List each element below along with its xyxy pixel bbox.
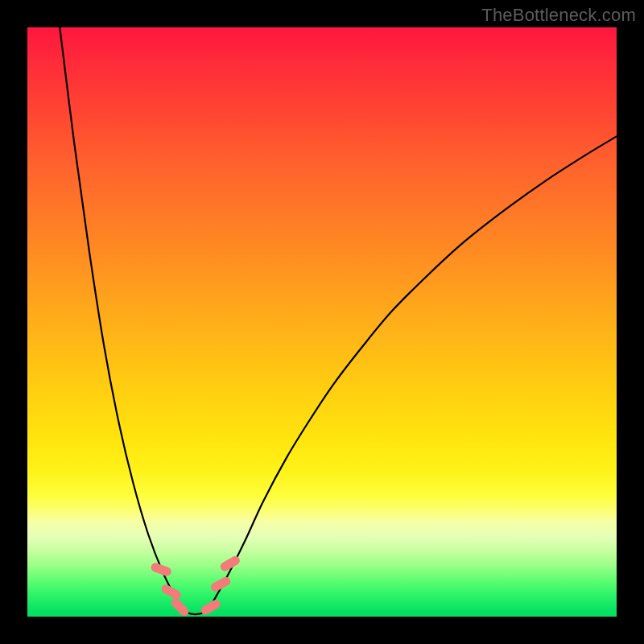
plot-area <box>27 27 617 617</box>
curve-layer <box>27 27 617 617</box>
curve-markers <box>150 555 242 618</box>
curve-right-branch <box>213 136 617 601</box>
curve-marker <box>150 562 172 577</box>
curve-left-branch <box>60 27 177 602</box>
curve-marker <box>209 576 232 593</box>
curve-marker <box>200 598 222 617</box>
chart-frame: TheBottleneck.com <box>0 0 644 644</box>
watermark-text: TheBottleneck.com <box>481 5 636 26</box>
curve-marker <box>170 597 191 617</box>
curve-marker <box>160 583 183 601</box>
